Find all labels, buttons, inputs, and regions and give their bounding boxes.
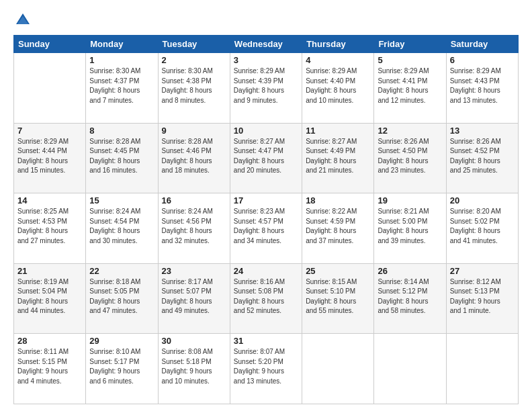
calendar-cell: 25Sunrise: 8:15 AM Sunset: 5:10 PM Dayli…: [302, 263, 374, 334]
cell-info: Sunrise: 8:08 AM Sunset: 5:18 PM Dayligh…: [162, 347, 226, 386]
calendar-cell: 18Sunrise: 8:22 AM Sunset: 4:59 PM Dayli…: [302, 193, 374, 264]
day-number: 29: [89, 336, 154, 346]
calendar-cell: 20Sunrise: 8:20 AM Sunset: 5:02 PM Dayli…: [446, 193, 518, 264]
calendar-cell: 24Sunrise: 8:16 AM Sunset: 5:08 PM Dayli…: [230, 263, 302, 334]
cell-info: Sunrise: 8:28 AM Sunset: 4:45 PM Dayligh…: [89, 137, 154, 176]
calendar-cell: 11Sunrise: 8:27 AM Sunset: 4:49 PM Dayli…: [302, 123, 374, 193]
cell-info: Sunrise: 8:24 AM Sunset: 4:54 PM Dayligh…: [89, 207, 154, 246]
calendar-cell: 16Sunrise: 8:24 AM Sunset: 4:56 PM Dayli…: [158, 193, 230, 264]
cell-info: Sunrise: 8:21 AM Sunset: 5:00 PM Dayligh…: [378, 207, 442, 246]
day-number: 24: [234, 266, 298, 276]
day-number: 10: [234, 126, 298, 136]
cell-info: Sunrise: 8:29 AM Sunset: 4:44 PM Dayligh…: [17, 137, 82, 176]
weekday-header: Saturday: [446, 36, 518, 53]
calendar-cell: [374, 334, 446, 404]
cell-info: Sunrise: 8:26 AM Sunset: 4:50 PM Dayligh…: [378, 137, 442, 176]
calendar-cell: 26Sunrise: 8:14 AM Sunset: 5:12 PM Dayli…: [374, 263, 446, 334]
day-number: 12: [378, 126, 442, 136]
cell-info: Sunrise: 8:18 AM Sunset: 5:05 PM Dayligh…: [89, 277, 154, 316]
cell-info: Sunrise: 8:23 AM Sunset: 4:57 PM Dayligh…: [234, 207, 298, 246]
cell-info: Sunrise: 8:29 AM Sunset: 4:40 PM Dayligh…: [306, 66, 370, 105]
weekday-header-row: SundayMondayTuesdayWednesdayThursdayFrid…: [14, 36, 519, 53]
day-number: 21: [17, 266, 82, 276]
weekday-header: Friday: [374, 36, 446, 53]
cell-info: Sunrise: 8:27 AM Sunset: 4:49 PM Dayligh…: [306, 137, 370, 176]
calendar-cell: 15Sunrise: 8:24 AM Sunset: 4:54 PM Dayli…: [86, 193, 158, 264]
calendar-cell: 31Sunrise: 8:07 AM Sunset: 5:20 PM Dayli…: [230, 334, 302, 404]
calendar-cell: 2Sunrise: 8:30 AM Sunset: 4:38 PM Daylig…: [158, 53, 230, 124]
weekday-header: Wednesday: [230, 36, 302, 53]
day-number: 18: [306, 195, 370, 205]
day-number: 20: [450, 195, 515, 205]
header: [13, 11, 519, 30]
day-number: 16: [162, 195, 226, 205]
calendar-cell: 5Sunrise: 8:29 AM Sunset: 4:41 PM Daylig…: [374, 53, 446, 124]
calendar-cell: 4Sunrise: 8:29 AM Sunset: 4:40 PM Daylig…: [302, 53, 374, 124]
calendar-cell: 30Sunrise: 8:08 AM Sunset: 5:18 PM Dayli…: [158, 334, 230, 404]
day-number: 17: [234, 195, 298, 205]
calendar-week-row: 28Sunrise: 8:11 AM Sunset: 5:15 PM Dayli…: [14, 334, 519, 404]
cell-info: Sunrise: 8:15 AM Sunset: 5:10 PM Dayligh…: [306, 277, 370, 316]
cell-info: Sunrise: 8:19 AM Sunset: 5:04 PM Dayligh…: [17, 277, 82, 316]
calendar-cell: 3Sunrise: 8:29 AM Sunset: 4:39 PM Daylig…: [230, 53, 302, 124]
cell-info: Sunrise: 8:22 AM Sunset: 4:59 PM Dayligh…: [306, 207, 370, 246]
cell-info: Sunrise: 8:17 AM Sunset: 5:07 PM Dayligh…: [162, 277, 226, 316]
logo-icon: [13, 11, 32, 30]
cell-info: Sunrise: 8:10 AM Sunset: 5:17 PM Dayligh…: [89, 347, 154, 386]
calendar-cell: 12Sunrise: 8:26 AM Sunset: 4:50 PM Dayli…: [374, 123, 446, 193]
calendar-cell: 23Sunrise: 8:17 AM Sunset: 5:07 PM Dayli…: [158, 263, 230, 334]
cell-info: Sunrise: 8:16 AM Sunset: 5:08 PM Dayligh…: [234, 277, 298, 316]
cell-info: Sunrise: 8:29 AM Sunset: 4:43 PM Dayligh…: [450, 66, 515, 105]
cell-info: Sunrise: 8:11 AM Sunset: 5:15 PM Dayligh…: [17, 347, 82, 386]
day-number: 4: [306, 55, 370, 65]
day-number: 30: [162, 336, 226, 346]
day-number: 19: [378, 195, 442, 205]
calendar-week-row: 7Sunrise: 8:29 AM Sunset: 4:44 PM Daylig…: [14, 123, 519, 193]
day-number: 27: [450, 266, 515, 276]
cell-info: Sunrise: 8:29 AM Sunset: 4:41 PM Dayligh…: [378, 66, 442, 105]
calendar-cell: 13Sunrise: 8:26 AM Sunset: 4:52 PM Dayli…: [446, 123, 518, 193]
calendar-cell: 27Sunrise: 8:12 AM Sunset: 5:13 PM Dayli…: [446, 263, 518, 334]
calendar-cell: 14Sunrise: 8:25 AM Sunset: 4:53 PM Dayli…: [14, 193, 86, 264]
calendar-cell: [14, 53, 86, 124]
weekday-header: Sunday: [14, 36, 86, 53]
cell-info: Sunrise: 8:07 AM Sunset: 5:20 PM Dayligh…: [234, 347, 298, 386]
calendar-week-row: 14Sunrise: 8:25 AM Sunset: 4:53 PM Dayli…: [14, 193, 519, 264]
calendar-cell: 10Sunrise: 8:27 AM Sunset: 4:47 PM Dayli…: [230, 123, 302, 193]
cell-info: Sunrise: 8:20 AM Sunset: 5:02 PM Dayligh…: [450, 207, 515, 246]
weekday-header: Tuesday: [158, 36, 230, 53]
calendar-page: SundayMondayTuesdayWednesdayThursdayFrid…: [0, 0, 532, 411]
calendar-cell: 29Sunrise: 8:10 AM Sunset: 5:17 PM Dayli…: [86, 334, 158, 404]
calendar-table: SundayMondayTuesdayWednesdayThursdayFrid…: [13, 35, 519, 404]
day-number: 28: [17, 336, 82, 346]
cell-info: Sunrise: 8:28 AM Sunset: 4:46 PM Dayligh…: [162, 137, 226, 176]
day-number: 26: [378, 266, 442, 276]
calendar-cell: 17Sunrise: 8:23 AM Sunset: 4:57 PM Dayli…: [230, 193, 302, 264]
calendar-cell: [302, 334, 374, 404]
calendar-cell: 19Sunrise: 8:21 AM Sunset: 5:00 PM Dayli…: [374, 193, 446, 264]
day-number: 3: [234, 55, 298, 65]
cell-info: Sunrise: 8:12 AM Sunset: 5:13 PM Dayligh…: [450, 277, 515, 316]
calendar-cell: 1Sunrise: 8:30 AM Sunset: 4:37 PM Daylig…: [86, 53, 158, 124]
cell-info: Sunrise: 8:24 AM Sunset: 4:56 PM Dayligh…: [162, 207, 226, 246]
day-number: 2: [162, 55, 226, 65]
day-number: 9: [162, 126, 226, 136]
calendar-week-row: 21Sunrise: 8:19 AM Sunset: 5:04 PM Dayli…: [14, 263, 519, 334]
calendar-cell: 22Sunrise: 8:18 AM Sunset: 5:05 PM Dayli…: [86, 263, 158, 334]
calendar-cell: 28Sunrise: 8:11 AM Sunset: 5:15 PM Dayli…: [14, 334, 86, 404]
calendar-cell: 7Sunrise: 8:29 AM Sunset: 4:44 PM Daylig…: [14, 123, 86, 193]
calendar-week-row: 1Sunrise: 8:30 AM Sunset: 4:37 PM Daylig…: [14, 53, 519, 124]
day-number: 15: [89, 195, 154, 205]
day-number: 23: [162, 266, 226, 276]
day-number: 8: [89, 126, 154, 136]
cell-info: Sunrise: 8:29 AM Sunset: 4:39 PM Dayligh…: [234, 66, 298, 105]
day-number: 5: [378, 55, 442, 65]
weekday-header: Thursday: [302, 36, 374, 53]
day-number: 22: [89, 266, 154, 276]
calendar-cell: 8Sunrise: 8:28 AM Sunset: 4:45 PM Daylig…: [86, 123, 158, 193]
logo: [13, 11, 35, 30]
cell-info: Sunrise: 8:27 AM Sunset: 4:47 PM Dayligh…: [234, 137, 298, 176]
cell-info: Sunrise: 8:30 AM Sunset: 4:37 PM Dayligh…: [89, 66, 154, 105]
day-number: 14: [17, 195, 82, 205]
day-number: 31: [234, 336, 298, 346]
